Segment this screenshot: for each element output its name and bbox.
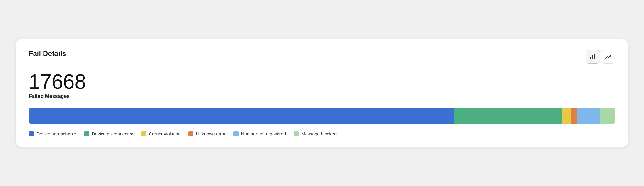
bar-segment — [454, 108, 563, 124]
bar-segment — [600, 108, 615, 124]
legend-item: Carrier violation — [141, 131, 181, 136]
legend-label: Carrier violation — [149, 131, 181, 136]
metric-value: 17668 — [29, 71, 615, 92]
card-title: Fail Details — [29, 50, 66, 58]
bar-segment — [562, 108, 571, 124]
stacked-bar — [29, 108, 615, 124]
svg-rect-2 — [594, 54, 595, 59]
legend-label: Message blocked — [301, 131, 337, 136]
bar-segment — [29, 108, 454, 124]
bar-chart-button[interactable] — [586, 50, 600, 64]
legend-label: Number not registered — [241, 131, 286, 136]
fail-details-card: Fail Details 17668 Failed Messages Devic… — [16, 39, 628, 147]
bar-segment — [577, 108, 601, 124]
svg-rect-1 — [592, 55, 593, 59]
legend-color-box — [29, 131, 34, 136]
legend-color-box — [233, 131, 239, 136]
legend-color-box — [188, 131, 193, 136]
bar-segment — [571, 108, 577, 124]
legend-item: Device unreachable — [29, 131, 76, 136]
legend-item: Unknown error — [188, 131, 226, 136]
bar-chart-icon — [590, 53, 596, 60]
legend-item: Number not registered — [233, 131, 286, 136]
svg-rect-0 — [590, 57, 591, 59]
legend-color-box — [141, 131, 146, 136]
legend-color-box — [294, 131, 299, 136]
legend-item: Message blocked — [294, 131, 337, 136]
legend-color-box — [84, 131, 89, 136]
legend-label: Device unreachable — [36, 131, 76, 136]
legend-item: Device disconnected — [84, 131, 133, 136]
legend-label: Unknown error — [196, 131, 226, 136]
metric-label: Failed Messages — [29, 93, 615, 99]
line-chart-icon — [605, 53, 611, 60]
legend-label: Device disconnected — [92, 131, 133, 136]
card-header: Fail Details — [29, 50, 615, 64]
legend: Device unreachableDevice disconnectedCar… — [29, 131, 615, 136]
chart-toggle-group — [586, 50, 615, 64]
line-chart-button[interactable] — [601, 50, 615, 64]
